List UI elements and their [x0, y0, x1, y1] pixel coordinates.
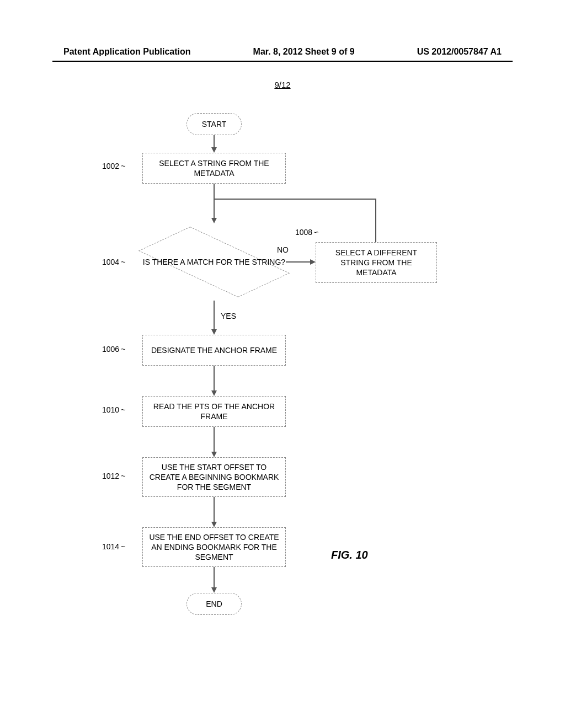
step-1006-text: DESIGNATE THE ANCHOR FRAME [151, 345, 277, 355]
header-right: US 2012/0057847 A1 [417, 47, 502, 57]
ref-tilde-icon: ~ [121, 472, 125, 480]
end-label: END [206, 599, 222, 609]
start-label: START [202, 119, 227, 129]
step-1002-text: SELECT A STRING FROM THE METADATA [148, 158, 280, 178]
header-rule [52, 61, 513, 62]
start-terminator: START [186, 113, 242, 135]
arrow-line [214, 427, 215, 453]
arrow-line [214, 184, 215, 220]
arrow-head-down-icon [211, 218, 217, 223]
step-1008: SELECT A DIFFERENT STRING FROM THE METAD… [316, 242, 437, 283]
step-1006: DESIGNATE THE ANCHOR FRAME [142, 335, 286, 366]
arrow-line [215, 199, 376, 200]
ref-tilde-icon: ~ [121, 542, 125, 551]
arrow-line [286, 261, 312, 263]
ref-1010: 1010~ [102, 405, 125, 414]
ref-1014: 1014~ [102, 542, 125, 551]
arrow-head-down-icon [211, 147, 217, 153]
arrow-line [214, 567, 215, 589]
step-1010-text: READ THE PTS OF THE ANCHOR FRAME [148, 402, 280, 421]
figure-label: FIG. 10 [331, 549, 368, 561]
step-1012: USE THE START OFFSET TO CREATE A BEGINNI… [142, 457, 286, 497]
step-1014-text: USE THE END OFFSET TO CREATE AN ENDING B… [148, 532, 280, 563]
step-1010: READ THE PTS OF THE ANCHOR FRAME [142, 396, 286, 427]
step-1014: USE THE END OFFSET TO CREATE AN ENDING B… [142, 527, 286, 567]
arrow-head-right-icon [310, 259, 316, 265]
ref-1008: 1008~ [295, 228, 318, 237]
ref-tilde-icon: ~ [121, 405, 125, 414]
ref-tilde-icon: ~ [121, 258, 125, 266]
arrow-head-down-icon [211, 390, 217, 396]
ref-1004: 1004~ [102, 258, 125, 266]
edge-yes-label: YES [220, 312, 237, 320]
step-1002: SELECT A STRING FROM THE METADATA [142, 153, 286, 184]
arrow-head-down-icon [211, 522, 217, 527]
arrow-line [214, 497, 215, 523]
header-left: Patent Application Publication [63, 47, 191, 57]
arrow-head-down-icon [211, 329, 217, 335]
arrow-line [214, 301, 215, 331]
arrow-line [214, 135, 215, 148]
arrow-head-down-icon [211, 452, 217, 457]
step-1004-decision: IS THERE A MATCH FOR THE STRING? [142, 223, 286, 301]
step-1004-text: IS THERE A MATCH FOR THE STRING? [142, 223, 286, 301]
page-header: Patent Application Publication Mar. 8, 2… [0, 47, 565, 57]
arrow-line [375, 199, 376, 242]
header-center: Mar. 8, 2012 Sheet 9 of 9 [253, 47, 355, 57]
page-fraction: 9/12 [0, 80, 565, 89]
ref-1002: 1002~ [102, 162, 125, 170]
ref-1006: 1006~ [102, 345, 125, 354]
step-1012-text: USE THE START OFFSET TO CREATE A BEGINNI… [148, 462, 280, 493]
ref-1012: 1012~ [102, 472, 125, 480]
ref-tilde-icon: ~ [314, 228, 318, 237]
arrow-line [214, 366, 215, 392]
step-1008-text: SELECT A DIFFERENT STRING FROM THE METAD… [322, 248, 431, 278]
ref-tilde-icon: ~ [121, 162, 125, 170]
ref-tilde-icon: ~ [121, 345, 125, 354]
end-terminator: END [186, 593, 242, 615]
arrow-head-down-icon [211, 587, 217, 593]
